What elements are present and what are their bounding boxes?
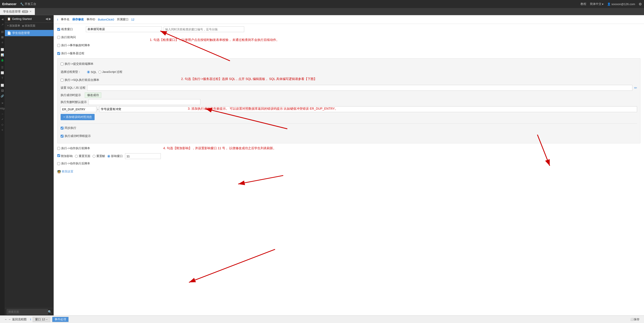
sql-radio[interactable]	[87, 71, 90, 73]
content-area: i 事件名 保存修改 事件ID ButtonClick0 所属窗口 12 检查窗…	[54, 15, 644, 316]
check-window-checkbox[interactable]	[57, 28, 60, 31]
event-name-label: 事件名	[61, 17, 70, 21]
bottombar-save-btn[interactable]: ⬜保存	[628, 317, 641, 322]
check-window-label[interactable]: 检查窗口	[57, 27, 84, 31]
strip-icon-list[interactable]: ≡	[0, 40, 5, 45]
page-icon: 📄	[7, 31, 11, 35]
language-selector[interactable]: 简体中文 ▾	[590, 2, 604, 6]
error-msg-input[interactable]	[99, 106, 637, 112]
sql-bg-label[interactable]: 执行->SQL执行前后台脚本	[60, 78, 99, 82]
check-window-related[interactable]	[164, 26, 244, 32]
strip-icon-table1[interactable]: ▤	[0, 29, 5, 34]
strip-icon-http[interactable]: Http	[0, 106, 5, 111]
topbar: Enhancer 🔧 开发工台 教程 简体中文 ▾ 👤 soooon@126.c…	[0, 0, 644, 8]
post-action-label[interactable]: 执行->动作执行后脚本	[57, 161, 90, 166]
reset-page-radio[interactable]	[75, 155, 78, 158]
js-radio-label[interactable]: JavaScript 过程	[98, 70, 122, 74]
post-action-checkbox[interactable]	[57, 162, 60, 165]
strip-icon-form[interactable]: ⬜	[0, 47, 5, 52]
search-input[interactable]	[7, 309, 48, 315]
attach-effect-label[interactable]: 附加影响	[57, 154, 73, 158]
event-id-label: 事件ID	[86, 17, 95, 21]
reset-page-label[interactable]: 重置页面	[75, 154, 90, 158]
topbar-right: 教程 简体中文 ▾ 👤 soooon@126.com ⚙	[580, 2, 642, 6]
strip-icon-diamond[interactable]: ◇	[0, 122, 5, 127]
back-to-flow-btn[interactable]: ← ← 返回流程图	[3, 317, 28, 322]
workbench-label[interactable]: 🔧 开发工台	[20, 2, 36, 6]
pre-action-row: 执行->动作执行前脚本	[57, 145, 640, 151]
reset-frame-label[interactable]: 重置帧	[92, 154, 105, 158]
tab-student-management[interactable]: 学生信息管理 100 ✕	[0, 8, 35, 15]
attach-effect-checkbox[interactable]	[57, 154, 60, 157]
tab-close-icon[interactable]: ✕	[30, 10, 32, 13]
strip-icon-arrow[interactable]: ◀	[0, 17, 5, 21]
strip-icon-lt[interactable]: <	[0, 128, 5, 132]
add-error-btn[interactable]: + 添加错误码对照消息	[60, 114, 94, 120]
teach-row: 🧑‍🏫 教我设置	[57, 168, 640, 175]
failure-msg-input[interactable]	[88, 99, 200, 105]
sql-edit-icon[interactable]: ✏	[634, 86, 637, 90]
strip-icon-arrow2[interactable]: →	[0, 112, 5, 116]
strip-icon-v[interactable]: ✓	[0, 117, 5, 121]
tutorial-link[interactable]: 教程	[580, 2, 586, 6]
strip-icon-menu[interactable]: ☰	[0, 65, 5, 70]
strip-icon-img[interactable]: 🖼	[0, 88, 5, 93]
sql-radio-label[interactable]: SQL	[87, 70, 96, 74]
prev-arrow[interactable]: ◀	[46, 17, 48, 20]
set-sql-input[interactable]	[87, 85, 632, 91]
window-value[interactable]: 12	[131, 18, 134, 21]
server-proc-checkbox[interactable]	[57, 52, 60, 55]
sync-label[interactable]: 同步执行	[60, 126, 88, 130]
pre-query-label[interactable]: 执行前询问	[57, 35, 84, 39]
strip-icon-table2[interactable]: ▦	[0, 35, 5, 39]
success-popup-checkbox[interactable]	[60, 135, 64, 138]
strip-icon-x[interactable]: ✕	[0, 101, 5, 105]
strip-icon-cursor[interactable]: ↗	[0, 22, 5, 27]
teach-icon: 🧑‍🏫	[57, 170, 61, 173]
teach-link[interactable]: 🧑‍🏫 教我设置	[57, 170, 73, 174]
js-radio[interactable]	[98, 71, 101, 73]
search-icon[interactable]: 🔍	[48, 310, 52, 314]
sync-checkbox[interactable]	[60, 127, 64, 130]
post-action-row: 执行->动作执行后脚本	[57, 160, 640, 167]
tabbar: 学生信息管理 100 ✕	[0, 8, 644, 15]
strip-icon-chart[interactable]: 📊	[0, 53, 5, 57]
error-arrow-icon: ›	[97, 107, 98, 111]
save-modify-btn[interactable]: 保存修改	[72, 17, 84, 21]
strip-icon-tree[interactable]: 🌲	[0, 58, 5, 62]
affect-window-input[interactable]	[125, 153, 161, 159]
event-id-value[interactable]: ButtonClick0	[98, 18, 114, 21]
add-menu-btn[interactable]: + 添加菜单	[7, 24, 20, 28]
strip-icon-text[interactable]: T	[0, 76, 5, 80]
strip-icon-link[interactable]: 🔗	[0, 94, 5, 98]
form-area: 检查窗口 执行前询问 执行->事件触发时脚本	[54, 24, 644, 316]
pre-action-checkbox[interactable]	[57, 147, 60, 150]
app-logo: Enhancer	[2, 2, 16, 6]
success-popup-label[interactable]: 执行成功时弹框提示	[60, 134, 91, 138]
bottombar-event-tab[interactable]: 事件处理	[52, 317, 69, 322]
sync-row: 同步执行	[60, 125, 637, 131]
pre-script-label[interactable]: 执行->事件触发时脚本	[57, 43, 90, 47]
strip-icon-tab[interactable]: ⬜	[0, 71, 5, 75]
bottombar-right: ⬜保存	[628, 317, 641, 322]
next-arrow[interactable]: ▶	[49, 17, 51, 20]
server-proc-label[interactable]: 执行->服务器过程	[57, 51, 84, 55]
pre-frontend-label[interactable]: 执行->提交前前端脚本	[60, 62, 94, 66]
pre-frontend-checkbox[interactable]	[60, 62, 64, 65]
check-window-value[interactable]	[86, 26, 162, 32]
user-account[interactable]: 👤 soooon@126.com	[607, 2, 635, 6]
sql-bg-checkbox[interactable]	[60, 79, 64, 81]
affect-window-radio[interactable]	[107, 155, 110, 158]
reset-frame-radio[interactable]	[92, 155, 96, 158]
sidebar-header: 📋 Getting Started ◀ ▶	[5, 15, 54, 22]
page-item-student[interactable]: 📄 学生信息管理	[5, 30, 54, 36]
pre-query-checkbox[interactable]	[57, 36, 60, 39]
settings-icon[interactable]: ⚙	[639, 2, 642, 6]
add-page-btn[interactable]: ⊕ 添加页面	[22, 24, 35, 28]
pre-action-label[interactable]: 执行->动作执行前脚本	[57, 146, 90, 150]
bottombar-window-tab[interactable]: 窗口 12→	[33, 317, 50, 322]
error-code-input[interactable]	[60, 106, 96, 112]
affect-window-label[interactable]: 影响窗口	[107, 154, 123, 158]
strip-icon-button[interactable]: ⬜	[0, 83, 5, 88]
pre-script-checkbox[interactable]	[57, 44, 60, 47]
